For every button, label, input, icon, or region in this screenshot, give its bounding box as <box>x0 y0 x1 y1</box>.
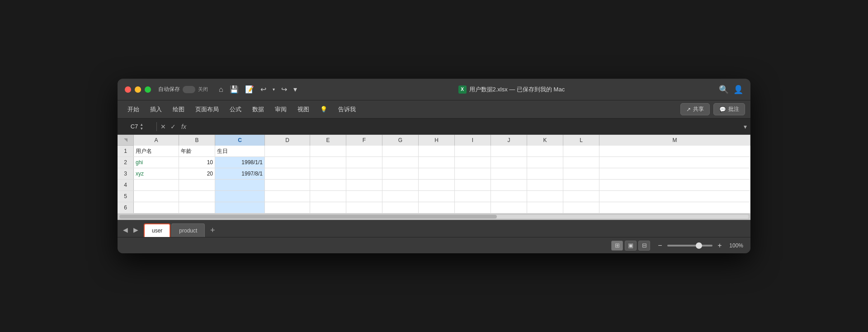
cell-b4[interactable] <box>179 180 215 190</box>
zoom-out-button[interactable]: − <box>656 242 665 250</box>
cell-l2[interactable] <box>563 157 599 168</box>
cell-d3[interactable] <box>265 168 310 179</box>
cell-k1[interactable] <box>527 146 563 157</box>
col-header-i[interactable]: I <box>455 135 491 146</box>
col-header-k[interactable]: K <box>527 135 563 146</box>
cell-h1[interactable] <box>419 146 455 157</box>
menu-start[interactable]: 开始 <box>123 104 144 115</box>
cell-m4[interactable] <box>599 180 750 190</box>
cell-g6[interactable] <box>382 202 419 213</box>
col-header-h[interactable]: H <box>419 135 455 146</box>
cell-g3[interactable] <box>382 168 419 179</box>
confirm-formula-icon[interactable]: ✓ <box>170 123 176 130</box>
normal-view-button[interactable]: ⊞ <box>611 241 623 251</box>
cell-f5[interactable] <box>346 191 382 202</box>
cell-e5[interactable] <box>310 191 346 202</box>
home-icon[interactable]: ⌂ <box>219 85 223 94</box>
col-header-a[interactable]: A <box>134 135 179 146</box>
col-header-e[interactable]: E <box>310 135 346 146</box>
menu-draw[interactable]: 绘图 <box>168 104 189 115</box>
close-button[interactable] <box>125 86 131 93</box>
menu-review[interactable]: 审阅 <box>270 104 291 115</box>
menu-insert[interactable]: 插入 <box>146 104 166 115</box>
cell-f4[interactable] <box>346 180 382 190</box>
cell-d2[interactable] <box>265 157 310 168</box>
cell-l1[interactable] <box>563 146 599 157</box>
comment-button[interactable]: 💬 批注 <box>713 103 745 115</box>
cell-c5[interactable] <box>215 191 265 202</box>
cell-k4[interactable] <box>527 180 563 190</box>
save-icon[interactable]: 💾 <box>230 85 239 94</box>
cell-e4[interactable] <box>310 180 346 190</box>
sheet-tab-product[interactable]: product <box>171 223 205 237</box>
cell-k3[interactable] <box>527 168 563 179</box>
zoom-slider[interactable] <box>667 245 712 247</box>
more-icon[interactable]: ▾ <box>293 85 297 94</box>
cell-h4[interactable] <box>419 180 455 190</box>
cell-e1[interactable] <box>310 146 346 157</box>
menu-layout[interactable]: 页面布局 <box>191 104 223 115</box>
undo-icon[interactable]: ↩ <box>260 85 266 94</box>
cell-l5[interactable] <box>563 191 599 202</box>
zoom-in-button[interactable]: + <box>715 242 724 250</box>
scrollbar-thumb[interactable] <box>119 215 497 218</box>
cell-i2[interactable] <box>455 157 491 168</box>
col-header-d[interactable]: D <box>265 135 310 146</box>
cell-d5[interactable] <box>265 191 310 202</box>
cell-a3[interactable]: xyz <box>134 168 179 179</box>
cell-d4[interactable] <box>265 180 310 190</box>
cell-e2[interactable] <box>310 157 346 168</box>
cell-a1[interactable]: 用户名 <box>134 146 179 157</box>
cell-b3[interactable]: 20 <box>179 168 215 179</box>
page-break-view-button[interactable]: ⊟ <box>638 241 650 251</box>
cell-k6[interactable] <box>527 202 563 213</box>
cell-j3[interactable] <box>491 168 527 179</box>
col-header-g[interactable]: G <box>382 135 419 146</box>
col-header-b[interactable]: B <box>179 135 215 146</box>
prev-sheet-icon[interactable]: ◀ <box>121 225 130 234</box>
cell-f3[interactable] <box>346 168 382 179</box>
cell-i5[interactable] <box>455 191 491 202</box>
cell-j6[interactable] <box>491 202 527 213</box>
cell-c2[interactable]: 1998/1/1 <box>215 157 265 168</box>
cell-d6[interactable] <box>265 202 310 213</box>
cell-g1[interactable] <box>382 146 419 157</box>
cell-m6[interactable] <box>599 202 750 213</box>
cell-c6[interactable] <box>215 202 265 213</box>
cell-l3[interactable] <box>563 168 599 179</box>
cell-h3[interactable] <box>419 168 455 179</box>
cell-l4[interactable] <box>563 180 599 190</box>
cell-i1[interactable] <box>455 146 491 157</box>
menu-tellme[interactable]: 告诉我 <box>334 104 360 115</box>
search-icon[interactable]: 🔍 <box>719 85 729 95</box>
cell-b1[interactable]: 年龄 <box>179 146 215 157</box>
menu-view[interactable]: 视图 <box>293 104 314 115</box>
cell-k2[interactable] <box>527 157 563 168</box>
cell-g2[interactable] <box>382 157 419 168</box>
share-edit-icon[interactable]: 📝 <box>245 85 254 94</box>
formula-dropdown-icon[interactable]: ▾ <box>744 123 747 130</box>
cell-g5[interactable] <box>382 191 419 202</box>
select-all-corner[interactable] <box>118 135 134 145</box>
cell-f6[interactable] <box>346 202 382 213</box>
cell-d1[interactable] <box>265 146 310 157</box>
cell-i4[interactable] <box>455 180 491 190</box>
add-sheet-button[interactable]: + <box>206 223 219 237</box>
share-button[interactable]: ↗ 共享 <box>680 103 710 115</box>
cell-k5[interactable] <box>527 191 563 202</box>
menu-data[interactable]: 数据 <box>248 104 269 115</box>
cell-b2[interactable]: 10 <box>179 157 215 168</box>
cell-a4[interactable] <box>134 180 179 190</box>
cell-f1[interactable] <box>346 146 382 157</box>
zoom-slider-thumb[interactable] <box>696 242 702 249</box>
next-sheet-icon[interactable]: ▶ <box>132 225 140 234</box>
cell-reference[interactable]: C7 ▲ ▼ <box>121 123 153 131</box>
cell-a2[interactable]: ghi <box>134 157 179 168</box>
col-header-m[interactable]: M <box>599 135 750 146</box>
cell-c3[interactable]: 1997/8/1 <box>215 168 265 179</box>
cell-m1[interactable] <box>599 146 750 157</box>
page-layout-view-button[interactable]: ▣ <box>625 241 637 251</box>
cell-g4[interactable] <box>382 180 419 190</box>
cell-h2[interactable] <box>419 157 455 168</box>
cell-c4[interactable] <box>215 180 265 190</box>
